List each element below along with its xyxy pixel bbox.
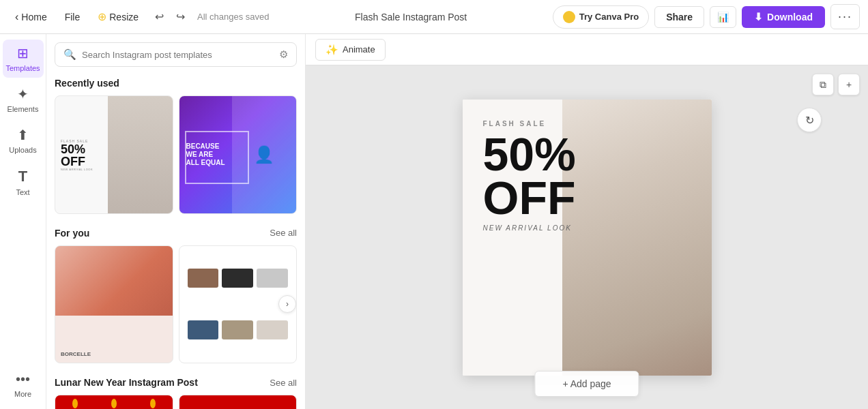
template-borcelle[interactable]: BORCELLE (55, 245, 173, 364)
lantern-2 (111, 399, 117, 408)
add-page-button[interactable]: + (838, 74, 860, 95)
rotate-icon: ↻ (805, 114, 814, 127)
for-you-header: For you See all (55, 228, 297, 239)
sidebar-item-elements[interactable]: ✦ Elements (3, 80, 44, 119)
template-flash-sale[interactable]: FLASH SALE 50% OFF NEW ARRIVAL LOOK (55, 95, 173, 214)
template-equal[interactable]: BECAUSEWE AREALL EQUAL 👤 (179, 95, 298, 214)
equal-text: BECAUSEWE AREALL EQUAL (186, 142, 225, 167)
templates-icon: ⊞ (17, 45, 29, 61)
filter-icon[interactable]: ⚙ (279, 48, 288, 61)
equal-person: 👤 (232, 96, 296, 213)
canvas-page[interactable]: FLASH SALE 50% OFF NEW ARRIVAL LOOK (463, 100, 712, 376)
lunar1-lanterns (55, 399, 173, 408)
resize-label: Resize (109, 12, 139, 22)
lunar-title: Lunar New Year Instagram Post (55, 377, 198, 388)
lunar-grid: HAPPY LUNARNEW YEAR SUPER SALE Happy Lun… (55, 395, 297, 409)
canvas-flash-sale-label: FLASH SALE (483, 120, 576, 127)
canvas-off-label: OFF (483, 177, 576, 219)
canvas-actions: ⧉ + (812, 74, 860, 95)
canvas-design: FLASH SALE 50% OFF NEW ARRIVAL LOOK (463, 100, 712, 376)
for-you-title: For you (55, 228, 89, 239)
animate-button[interactable]: ✨ Animate (315, 39, 386, 61)
scroll-right-arrow[interactable]: › (278, 295, 296, 313)
search-input[interactable] (82, 50, 274, 60)
templates-panel: 🔍 ⚙ Recently used FLASH SALE 50% OFF NEW… (46, 34, 306, 409)
home-button[interactable]: ‹ Home (8, 7, 54, 27)
flash-sale-text: FLASH SALE 50% OFF NEW ARRIVAL LOOK (61, 138, 93, 170)
sidebar-item-uploads[interactable]: ⬆ Uploads (3, 121, 44, 160)
lunar-header: Lunar New Year Instagram Post See all (55, 377, 297, 388)
redo-button[interactable]: ↪ (171, 6, 190, 27)
add-page-bar[interactable]: + Add page (534, 371, 639, 397)
lunar-see-all[interactable]: See all (270, 378, 297, 388)
swatch-dark (222, 269, 253, 288)
animate-label: Animate (343, 44, 375, 55)
lantern-1 (72, 399, 78, 408)
share-button[interactable]: Share (654, 6, 704, 28)
search-icon: 🔍 (63, 48, 76, 61)
file-label: File (65, 12, 81, 22)
sidebar-item-text[interactable]: T Text (3, 162, 44, 202)
rotate-button[interactable]: ↻ (797, 108, 822, 132)
swatch-pale (257, 320, 288, 339)
topbar-right: Try Canva Pro Share 📊 ⬇ Download ··· (553, 4, 860, 29)
flash-sub: NEW ARRIVAL LOOK (61, 167, 93, 170)
canvas-text-block: FLASH SALE 50% OFF NEW ARRIVAL LOOK (483, 120, 576, 232)
share-label: Share (666, 12, 693, 22)
duplicate-page-button[interactable]: ⧉ (812, 74, 834, 95)
doc-title: Flash Sale Instagram Post (355, 12, 467, 22)
add-page-icon: + (846, 79, 852, 90)
borcelle-name: BORCELLE (61, 351, 91, 357)
download-icon: ⬇ (754, 11, 763, 23)
for-you-grid: BORCELLE › (55, 245, 297, 364)
sidebar-item-more[interactable]: ••• More (3, 366, 44, 404)
for-you-see-all[interactable]: See all (270, 228, 297, 238)
saved-status: All changes saved (197, 12, 270, 22)
template-lunar1[interactable]: HAPPY LUNARNEW YEAR SUPER SALE (55, 395, 173, 409)
sidebar-nav: ⊞ Templates ✦ Elements ⬆ Uploads T Text … (0, 34, 46, 409)
chevron-left-icon: ‹ (15, 11, 18, 23)
elements-nav-label: Elements (8, 105, 39, 113)
recently-used-header: Recently used (55, 78, 297, 89)
resize-icon: ⊕ (98, 10, 106, 23)
canvas-viewport: ⧉ + ↻ FLASH SALE (306, 65, 868, 409)
more-options-button[interactable]: ··· (830, 4, 860, 29)
more-nav-icon: ••• (16, 372, 30, 387)
swatch-brown (188, 269, 219, 288)
recently-used-grid: FLASH SALE 50% OFF NEW ARRIVAL LOOK BECA… (55, 95, 297, 214)
home-label: Home (21, 12, 46, 22)
templates-nav-label: Templates (5, 64, 40, 72)
undo-button[interactable]: ↩ (149, 6, 169, 27)
flash-off: OFF (61, 155, 93, 167)
canvas-percent-label: 50% (483, 131, 576, 177)
flash-50: 50% (61, 142, 93, 155)
template-palette[interactable]: › (179, 245, 298, 364)
swatch-light-gray (257, 269, 288, 288)
flash-sale-bg (108, 96, 172, 213)
borcelle-flowers (55, 246, 173, 316)
download-button[interactable]: ⬇ Download (742, 6, 825, 28)
swatch-tan (222, 320, 253, 339)
canvas-model-image (562, 100, 712, 376)
elements-icon: ✦ (17, 86, 29, 102)
resize-button[interactable]: ⊕ Resize (91, 6, 145, 27)
canvas-new-arrival-label: NEW ARRIVAL LOOK (483, 224, 576, 232)
search-bar: 🔍 ⚙ (55, 42, 297, 67)
canva-pro-button[interactable]: Try Canva Pro (553, 5, 649, 29)
main-layout: ⊞ Templates ✦ Elements ⬆ Uploads T Text … (0, 34, 868, 409)
analytics-button[interactable]: 📊 (710, 6, 736, 28)
duplicate-icon: ⧉ (820, 79, 826, 91)
file-button[interactable]: File (58, 7, 87, 27)
undo-redo-group: ↩ ↪ (149, 6, 190, 27)
ellipsis-icon: ··· (838, 10, 852, 23)
sidebar-item-templates[interactable]: ⊞ Templates (3, 40, 44, 78)
more-nav-label: More (14, 390, 31, 398)
pro-dot-icon (563, 11, 575, 23)
topbar-center: Flash Sale Instagram Post (275, 12, 547, 22)
topbar-left: ‹ Home File ⊕ Resize ↩ ↪ All changes sav… (8, 6, 270, 27)
text-icon: T (18, 168, 27, 185)
topbar: ‹ Home File ⊕ Resize ↩ ↪ All changes sav… (0, 0, 868, 34)
uploads-icon: ⬆ (17, 127, 29, 143)
analytics-icon: 📊 (717, 12, 729, 22)
template-lunar2[interactable]: Happy LunarNew Year2022 (179, 395, 298, 409)
